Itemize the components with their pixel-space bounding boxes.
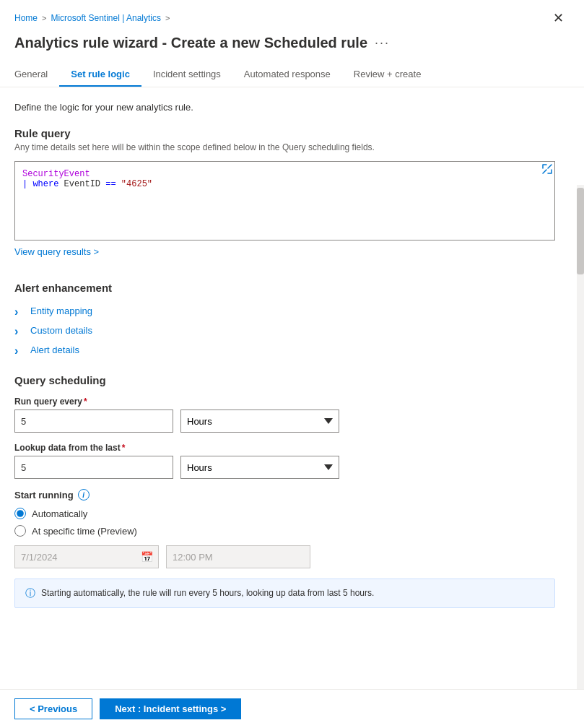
breadcrumb-sep2: > bbox=[165, 14, 170, 22]
run-query-field: Run query every* Hours Minutes Days bbox=[14, 396, 555, 433]
rule-query-section: Rule query Any time details set here wil… bbox=[14, 127, 555, 272]
alert-enhancement-title: Alert enhancement bbox=[14, 282, 555, 294]
view-query-results-link[interactable]: View query results > bbox=[14, 246, 99, 257]
entity-mapping-toggle[interactable]: Entity mapping bbox=[14, 301, 555, 321]
custom-details-chevron bbox=[14, 326, 25, 336]
top-bar: Home > Microsoft Sentinel | Analytics > … bbox=[0, 0, 584, 29]
run-query-input-row: Hours Minutes Days bbox=[14, 410, 555, 433]
start-running-section: Start running i Automatically At specifi… bbox=[14, 489, 555, 608]
custom-details-label: Custom details bbox=[30, 325, 92, 336]
start-running-info-icon[interactable]: i bbox=[78, 489, 90, 500]
radio-specific-time-label: At specific time (Preview) bbox=[32, 526, 137, 537]
alert-details-toggle[interactable]: Alert details bbox=[14, 340, 555, 360]
intro-text: Define the logic for your new analytics … bbox=[14, 102, 555, 113]
alert-details-label: Alert details bbox=[30, 344, 79, 355]
breadcrumb-sentinel[interactable]: Microsoft Sentinel | Analytics bbox=[51, 13, 161, 23]
tabs-bar: General Set rule logic Incident settings… bbox=[0, 51, 584, 87]
lookup-data-input-row: Hours Minutes Days bbox=[14, 456, 555, 479]
more-options-button[interactable]: ··· bbox=[375, 35, 390, 51]
tab-general[interactable]: General bbox=[14, 63, 59, 87]
alert-details-chevron bbox=[14, 345, 25, 355]
run-query-number-input[interactable] bbox=[14, 410, 173, 433]
query-scheduling-section: Query scheduling Run query every* Hours … bbox=[14, 374, 555, 608]
entity-mapping-chevron bbox=[14, 306, 25, 316]
query-box-wrapper: SecurityEvent | where EventID == "4625" bbox=[14, 161, 555, 240]
tab-set-rule-logic[interactable]: Set rule logic bbox=[59, 63, 141, 87]
time-input bbox=[166, 545, 310, 568]
radio-automatically-input[interactable] bbox=[14, 508, 26, 519]
main-content: Define the logic for your new analytics … bbox=[0, 87, 584, 666]
info-box: ⓘ Starting automatically, the rule will … bbox=[14, 578, 555, 608]
lookup-data-unit-select[interactable]: Hours Minutes Days bbox=[180, 456, 339, 479]
start-running-label: Start running i bbox=[14, 489, 555, 500]
query-expand-button[interactable] bbox=[542, 164, 552, 176]
info-box-icon: ⓘ bbox=[25, 587, 35, 600]
tab-review-create[interactable]: Review + create bbox=[342, 63, 433, 87]
run-query-label: Run query every* bbox=[14, 396, 555, 407]
radio-automatically[interactable]: Automatically bbox=[14, 508, 555, 519]
tab-incident-settings[interactable]: Incident settings bbox=[141, 63, 232, 87]
page-title-row: Analytics rule wizard - Create a new Sch… bbox=[0, 29, 584, 51]
tab-automated-response[interactable]: Automated response bbox=[232, 63, 342, 87]
query-scheduling-title: Query scheduling bbox=[14, 374, 555, 386]
lookup-data-field: Lookup data from the last* Hours Minutes… bbox=[14, 443, 555, 479]
breadcrumb-home[interactable]: Home bbox=[14, 13, 38, 23]
footer-nav: < Previous Next : Incident settings > bbox=[0, 689, 584, 728]
lookup-data-number-input[interactable] bbox=[14, 456, 173, 479]
datetime-row: 📅 bbox=[14, 545, 555, 568]
lookup-data-label: Lookup data from the last* bbox=[14, 443, 555, 453]
previous-button[interactable]: < Previous bbox=[14, 698, 92, 719]
entity-mapping-label: Entity mapping bbox=[30, 306, 92, 316]
date-input-wrapper: 📅 bbox=[14, 545, 159, 568]
info-box-text: Starting automatically, the rule will ru… bbox=[41, 586, 374, 599]
page-title: Analytics rule wizard - Create a new Sch… bbox=[14, 35, 367, 51]
rule-query-subtitle: Any time details set here will be within… bbox=[14, 142, 555, 152]
custom-details-toggle[interactable]: Custom details bbox=[14, 321, 555, 340]
radio-specific-time[interactable]: At specific time (Preview) bbox=[14, 525, 555, 537]
alert-enhancement-section: Alert enhancement Entity mapping Custom … bbox=[14, 282, 555, 360]
radio-specific-time-input[interactable] bbox=[14, 525, 26, 537]
start-running-radio-group: Automatically At specific time (Preview) bbox=[14, 508, 555, 537]
breadcrumb: Home > Microsoft Sentinel | Analytics > bbox=[14, 13, 170, 23]
breadcrumb-sep1: > bbox=[42, 14, 46, 22]
radio-automatically-label: Automatically bbox=[32, 508, 87, 519]
close-button[interactable]: ✕ bbox=[547, 7, 570, 29]
next-button[interactable]: Next : Incident settings > bbox=[100, 698, 241, 719]
date-input bbox=[14, 545, 159, 568]
rule-query-title: Rule query bbox=[14, 127, 555, 139]
query-editor[interactable]: SecurityEvent | where EventID == "4625" bbox=[14, 161, 555, 240]
run-query-unit-select[interactable]: Hours Minutes Days bbox=[180, 410, 339, 433]
